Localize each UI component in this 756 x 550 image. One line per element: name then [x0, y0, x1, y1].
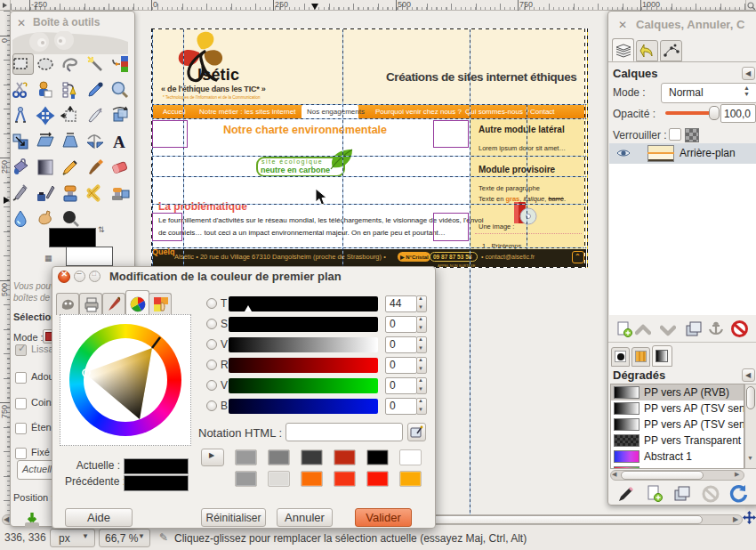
svg-text:A: A [113, 133, 125, 151]
